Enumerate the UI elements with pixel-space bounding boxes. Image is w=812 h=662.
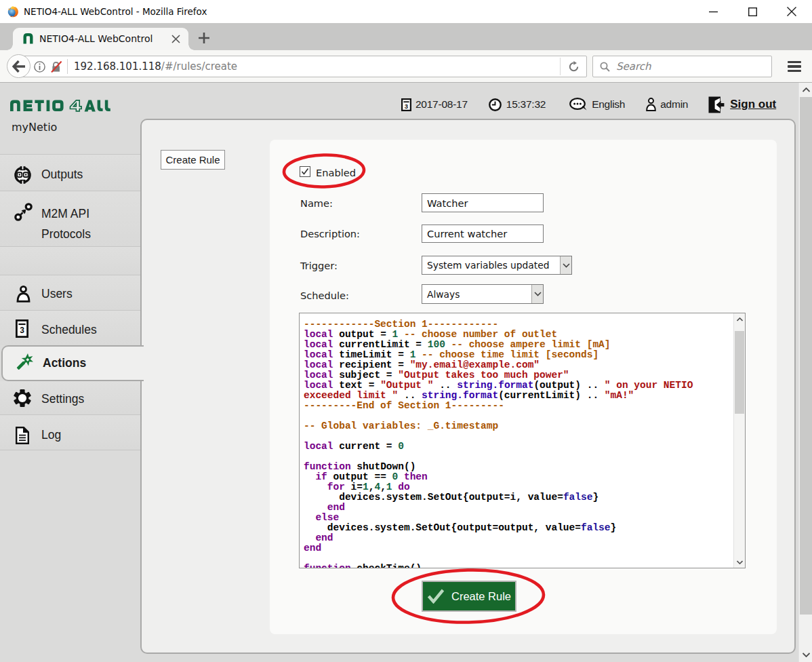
url-text[interactable]: 192.168.101.118/#/rules/create xyxy=(74,60,560,73)
firefox-icon xyxy=(7,5,19,18)
sidebar-item-label: M2M APIProtocols xyxy=(41,203,91,244)
page-scrollbar[interactable] xyxy=(798,83,812,662)
sidebar-item-label: Schedules xyxy=(41,323,97,337)
scroll-down-icon[interactable] xyxy=(799,648,812,662)
rule-code-editor[interactable]: ------------Section 1------------local o… xyxy=(299,313,746,568)
sign-out-link[interactable]: Sign out xyxy=(730,98,776,111)
insecure-lock-icon[interactable] xyxy=(50,61,63,73)
url-host: 192.168.101.118 xyxy=(74,60,161,73)
clock-icon xyxy=(489,98,502,111)
schedule-select[interactable]: Always xyxy=(422,284,544,304)
hamburger-bar xyxy=(788,65,801,68)
chevron-down-icon xyxy=(560,256,571,274)
scrollbar-thumb[interactable] xyxy=(735,331,744,414)
tab-close-icon[interactable] xyxy=(167,31,184,47)
search-placeholder: Search xyxy=(616,60,651,73)
description-label: Description: xyxy=(300,228,360,239)
netio4all-logo xyxy=(10,100,112,113)
enabled-label: Enabled xyxy=(316,167,356,178)
trigger-value: System variables updated xyxy=(422,260,560,271)
scroll-down-icon[interactable] xyxy=(734,556,745,568)
reload-button[interactable] xyxy=(561,56,586,77)
navigation-toolbar: 192.168.101.118/#/rules/create Search xyxy=(0,50,812,83)
tab-bar: NETIO4-ALL WebControl xyxy=(0,23,812,50)
settings-icon xyxy=(14,389,31,407)
sidebar-spacer xyxy=(0,246,140,275)
sidebar-item-settings[interactable]: Settings xyxy=(0,381,140,414)
chevron-down-icon xyxy=(531,285,543,303)
name-label: Name: xyxy=(300,197,333,209)
web-page: myNetio 3 2017-08-17 15:37:32 English ad… xyxy=(0,83,798,662)
sidebar-item-label: Actions xyxy=(43,356,86,370)
window-title: NETIO4-ALL WebControl - Mozilla Firefox xyxy=(24,6,207,17)
header-user: admin xyxy=(660,98,688,111)
schedules-icon: 3 xyxy=(16,319,28,338)
sidebar-separator xyxy=(0,450,140,450)
header-info-row: 3 2017-08-17 15:37:32 English admin Sign… xyxy=(401,94,776,115)
header-time: 15:37:32 xyxy=(506,98,546,111)
scroll-up-icon[interactable] xyxy=(734,313,745,325)
create-rule-tab-button[interactable]: Create Rule xyxy=(161,150,225,170)
name-input[interactable]: Watcher xyxy=(422,193,544,212)
users-icon xyxy=(16,286,31,303)
sidebar-item-outputs[interactable]: Outputs xyxy=(0,154,140,191)
schedule-value: Always xyxy=(422,289,531,300)
netio-favicon-icon xyxy=(22,33,34,44)
trigger-select[interactable]: System variables updated xyxy=(422,256,572,275)
code-content: ------------Section 1------------local o… xyxy=(304,319,733,568)
trigger-label: Trigger: xyxy=(300,260,338,271)
hamburger-bar xyxy=(788,61,801,64)
search-input[interactable]: Search xyxy=(592,56,772,77)
device-name: myNetio xyxy=(12,121,57,134)
sidebar-item-log[interactable]: Log xyxy=(0,414,140,450)
user-icon xyxy=(646,98,656,111)
url-path: /#/rules/create xyxy=(161,60,237,73)
sidebar-item-m2m-api[interactable]: M2M APIProtocols xyxy=(0,191,140,246)
maximize-button[interactable] xyxy=(737,0,767,23)
search-icon xyxy=(600,62,610,72)
info-icon[interactable] xyxy=(34,61,45,73)
calendar-icon: 3 xyxy=(401,98,411,111)
sidebar-item-schedules[interactable]: 3 Schedules xyxy=(0,310,140,345)
checkmark-icon xyxy=(427,589,445,604)
new-tab-button[interactable] xyxy=(195,29,213,47)
description-input[interactable]: Current watcher xyxy=(422,225,544,243)
tab-title: NETIO4-ALL WebControl xyxy=(39,33,153,44)
minimize-button[interactable] xyxy=(698,0,728,23)
menu-button[interactable] xyxy=(784,55,805,78)
schedule-label: Schedule: xyxy=(300,290,349,301)
url-bar[interactable]: 192.168.101.118/#/rules/create xyxy=(19,56,587,77)
create-rule-submit-button[interactable]: Create Rule xyxy=(422,581,516,612)
sidebar-item-users[interactable]: Users xyxy=(0,275,140,310)
m2m-api-icon xyxy=(14,203,33,221)
log-icon xyxy=(16,427,29,444)
outputs-icon xyxy=(14,166,31,184)
window-titlebar: NETIO4-ALL WebControl - Mozilla Firefox xyxy=(0,0,812,23)
sidebar-item-label: Outputs xyxy=(41,168,83,182)
enabled-checkbox[interactable] xyxy=(300,166,310,177)
sign-out-icon[interactable] xyxy=(708,96,725,113)
sidebar-item-label: Log xyxy=(41,428,61,442)
scrollbar-thumb[interactable] xyxy=(800,97,812,615)
header-date: 2017-08-17 xyxy=(415,98,468,111)
code-scrollbar[interactable] xyxy=(733,313,745,568)
scroll-up-icon[interactable] xyxy=(799,83,812,97)
browser-tab[interactable]: NETIO4-ALL WebControl xyxy=(13,28,188,50)
sidebar-item-actions[interactable]: Actions xyxy=(1,345,144,381)
close-button[interactable] xyxy=(777,0,807,23)
language-icon[interactable] xyxy=(569,98,588,112)
hamburger-bar xyxy=(788,70,801,73)
sidebar-item-label: Settings xyxy=(41,392,84,406)
svg-text:3: 3 xyxy=(20,326,24,335)
urlbar-separator xyxy=(67,59,68,74)
header-language[interactable]: English xyxy=(592,98,625,111)
actions-icon xyxy=(15,353,34,372)
svg-text:3: 3 xyxy=(405,102,408,109)
sidebar-item-label: Users xyxy=(41,287,73,301)
back-button[interactable] xyxy=(7,54,31,78)
submit-label: Create Rule xyxy=(451,590,511,603)
